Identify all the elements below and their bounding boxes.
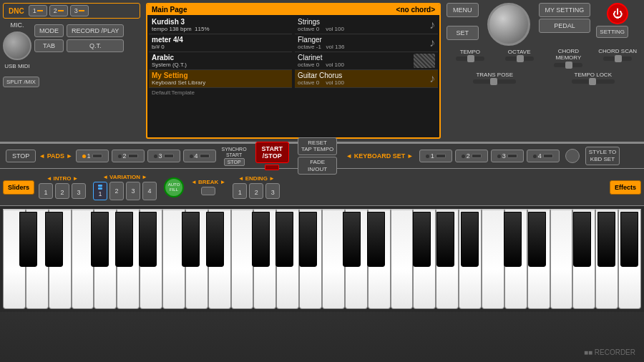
dnc-btn-3[interactable]: 3: [70, 5, 89, 16]
pad-slider-3[interactable]: [164, 154, 174, 158]
transpose-slider[interactable]: [473, 79, 516, 84]
pad-led-3: [154, 155, 157, 158]
kbd-btn-4[interactable]: 4: [527, 150, 560, 162]
pad-slider-1[interactable]: [92, 154, 102, 158]
set-button[interactable]: SET: [447, 26, 479, 40]
display-row-3[interactable]: My Setting Keyboard Set Library: [149, 70, 292, 88]
ending-btn-2[interactable]: 2: [249, 183, 263, 199]
kbd-slider-1[interactable]: [436, 154, 446, 158]
style-kbd-button[interactable]: STYLE TOKBD SET: [585, 147, 620, 165]
menu-button[interactable]: MENU: [447, 3, 479, 17]
variation-section: ◄ VARIATION ► 1 2 3 4: [93, 174, 157, 200]
white-key-26[interactable]: [572, 209, 595, 309]
white-key-27[interactable]: [595, 209, 618, 309]
white-key-6[interactable]: [117, 209, 140, 309]
display-row-1[interactable]: meter 4/4 b/# 0: [149, 34, 292, 52]
sound-row-2[interactable]: Clarinet octave 0 vol 100: [295, 52, 438, 70]
white-key-15[interactable]: [322, 209, 345, 309]
display-row-2[interactable]: Arabic System (Q.T.): [149, 52, 292, 70]
pad-slider-2[interactable]: [128, 154, 138, 158]
white-key-9[interactable]: [185, 209, 208, 309]
white-key-1[interactable]: [3, 209, 26, 309]
white-key-23[interactable]: [504, 209, 527, 309]
center-section: Main Page <no chord> Kurdish 3 tempo 138…: [143, 0, 444, 142]
dnc-btn-1[interactable]: 1: [29, 5, 47, 16]
var-btn-3[interactable]: 3: [126, 182, 140, 200]
pad-btn-3[interactable]: 3: [147, 150, 180, 162]
white-key-21[interactable]: [459, 209, 482, 309]
white-key-19[interactable]: [413, 209, 436, 309]
white-key-14[interactable]: [299, 209, 322, 309]
power-button[interactable]: ⏻: [607, 3, 628, 24]
mode-button[interactable]: MODE: [34, 24, 64, 37]
white-key-2[interactable]: [26, 209, 49, 309]
pad-slider-4[interactable]: [200, 154, 210, 158]
white-key-7[interactable]: [140, 209, 162, 309]
sound-row-1[interactable]: Flanger octave -1 vol 136 ♪: [295, 34, 438, 52]
white-key-4[interactable]: [72, 209, 94, 309]
effects-button[interactable]: Effects: [610, 180, 641, 195]
reset-button[interactable]: RESETTAP TEMPO: [298, 137, 337, 155]
white-key-22[interactable]: [482, 209, 504, 309]
kbd-btn-1[interactable]: 1: [419, 150, 452, 162]
setting-button[interactable]: SETTING: [596, 26, 628, 38]
kbd-slider-2[interactable]: [472, 154, 482, 158]
octave-slider[interactable]: [505, 57, 534, 61]
tab-button[interactable]: TAB: [34, 39, 64, 52]
sound-row-0[interactable]: Strings octave 0 vol 100 ♪: [295, 16, 438, 34]
start-stop-button[interactable]: START/STOP: [255, 142, 289, 163]
white-key-17[interactable]: [368, 209, 391, 309]
break-btn[interactable]: [201, 187, 215, 195]
white-key-8[interactable]: [162, 209, 185, 309]
white-key-25[interactable]: [550, 209, 573, 309]
white-key-18[interactable]: [391, 209, 414, 309]
transpose-label: TRANS POSE: [476, 72, 513, 78]
white-key-10[interactable]: [208, 209, 231, 309]
white-key-5[interactable]: [94, 209, 117, 309]
chord-memory-slider[interactable]: [554, 63, 582, 67]
pad-btn-4[interactable]: 4: [183, 150, 216, 162]
kbd-led-3: [497, 155, 501, 158]
sliders-button[interactable]: Sliders: [3, 180, 34, 195]
display-row-0[interactable]: Kurdish 3 tempo 138 bpm 115%: [149, 16, 292, 34]
record-play-button[interactable]: RECORD /PLAY: [67, 24, 124, 37]
ending-btn-1[interactable]: 1: [233, 183, 247, 199]
qt-button[interactable]: Q.T.: [67, 39, 124, 52]
white-key-24[interactable]: [527, 209, 550, 309]
var-btn-4[interactable]: 4: [142, 182, 157, 200]
white-key-16[interactable]: [345, 209, 368, 309]
mic-knob[interactable]: [3, 31, 31, 60]
dnc-btn-2[interactable]: 2: [49, 5, 68, 16]
white-key-28[interactable]: [618, 209, 641, 309]
ending-btn-3[interactable]: 3: [265, 183, 280, 199]
tempo-lock-slider[interactable]: [572, 79, 615, 84]
pad-btn-1[interactable]: 1: [76, 150, 109, 162]
white-key-13[interactable]: [276, 209, 299, 309]
var-btn-2[interactable]: 2: [109, 182, 124, 200]
kbd-btn-3[interactable]: 3: [491, 150, 524, 162]
kbd-slider-4[interactable]: [543, 154, 553, 158]
intro-btn-3[interactable]: 3: [72, 183, 86, 199]
sound-row-3[interactable]: Guitar Chorus octave 0 vol 100 ♪: [295, 70, 438, 88]
white-key-3[interactable]: [49, 209, 72, 309]
fade-button[interactable]: FADEIN/OUT: [298, 157, 337, 175]
intro-btn-1[interactable]: 1: [39, 183, 53, 199]
style-knob[interactable]: [565, 149, 580, 163]
split-mix-button[interactable]: SPLIT /MIX: [3, 77, 39, 87]
white-key-11[interactable]: [231, 209, 254, 309]
stop-button[interactable]: STOP: [6, 150, 36, 162]
white-key-20[interactable]: [436, 209, 459, 309]
pad-btn-2[interactable]: 2: [112, 150, 145, 162]
var-btn-1[interactable]: 1: [93, 182, 107, 200]
white-key-12[interactable]: [253, 209, 276, 309]
main-knob[interactable]: [487, 3, 530, 46]
kbd-slider-3[interactable]: [507, 154, 517, 158]
my-setting-button[interactable]: MY SETTING: [539, 3, 591, 17]
kbd-btn-2[interactable]: 2: [455, 150, 488, 162]
synchro-stop-button[interactable]: STOP: [224, 158, 245, 166]
intro-btn-2[interactable]: 2: [55, 183, 69, 199]
auto-fill-button[interactable]: AUTOFILL: [164, 177, 184, 197]
chord-scan-slider[interactable]: [603, 57, 632, 61]
tempo-slider[interactable]: [456, 57, 484, 61]
pedal-button[interactable]: PEDAL: [539, 19, 591, 33]
